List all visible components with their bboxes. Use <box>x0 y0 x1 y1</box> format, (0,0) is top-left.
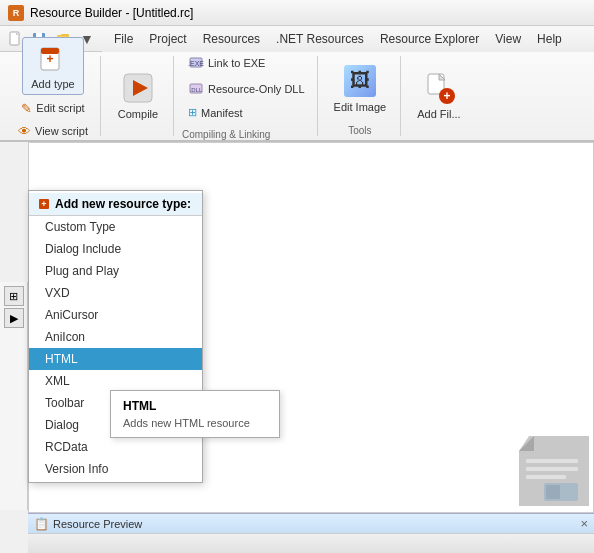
add-file-button[interactable]: + Add Fil... <box>409 61 468 131</box>
add-file-icon: + <box>423 72 455 104</box>
dropdown-item-vxd[interactable]: VXD <box>29 282 202 304</box>
left-tool-2[interactable]: ▶ <box>4 308 24 328</box>
menu-resources[interactable]: Resources <box>195 26 268 52</box>
ribbon: + Add type ✎ Edit script 👁 View script P… <box>0 52 594 142</box>
menu-view[interactable]: View <box>487 26 529 52</box>
left-tool-1[interactable]: ⊞ <box>4 286 24 306</box>
manifest-button[interactable]: ⊞ Manifest <box>182 104 249 121</box>
dropdown-header: + Add new resource type: <box>29 193 202 216</box>
compiling-linking-label: Compiling & Linking <box>182 129 270 140</box>
tooltip-title: HTML <box>123 399 267 413</box>
edit-script-icon: ✎ <box>21 101 32 116</box>
menu-help[interactable]: Help <box>529 26 570 52</box>
view-script-icon: 👁 <box>18 124 31 139</box>
add-type-button[interactable]: + Add type <box>22 37 83 95</box>
manifest-icon: ⊞ <box>188 106 197 119</box>
edit-script-button[interactable]: ✎ Edit script <box>15 99 90 118</box>
ribbon-section-addfile: + Add Fil... <box>403 56 474 136</box>
menu-project[interactable]: Project <box>141 26 194 52</box>
menu-file[interactable]: File <box>106 26 141 52</box>
svg-text:.EXE: .EXE <box>188 60 204 67</box>
svg-text:.DLL: .DLL <box>190 87 203 93</box>
svg-text:+: + <box>443 89 450 103</box>
ribbon-section-linking: .EXE Link to EXE .DLL Resource-Only DLL … <box>176 56 318 136</box>
dropdown-item-dialog-include[interactable]: Dialog Include <box>29 238 202 260</box>
resource-preview-label: Resource Preview <box>53 518 142 530</box>
dll-icon: .DLL <box>188 80 204 98</box>
app-icon: R <box>8 5 24 21</box>
edit-image-button[interactable]: 🖼 Edit Image <box>326 56 395 121</box>
corner-decoration <box>514 431 594 511</box>
dropdown-item-version-info[interactable]: Version Info <box>29 458 202 480</box>
dropdown-item-xml[interactable]: XML <box>29 370 202 392</box>
link-to-exe-button[interactable]: .EXE Link to EXE <box>182 52 271 74</box>
svg-text:+: + <box>41 199 46 209</box>
tools-label: Tools <box>348 125 371 136</box>
svg-marker-19 <box>519 436 534 451</box>
dropdown-item-anicursor[interactable]: AniCursor <box>29 304 202 326</box>
svg-rect-20 <box>526 459 578 463</box>
preview-close-button[interactable]: × <box>580 516 588 531</box>
add-type-icon: + <box>37 42 69 74</box>
statusbar <box>28 533 594 553</box>
ribbon-section-compile: Compile <box>103 56 174 136</box>
menu-resource-explorer[interactable]: Resource Explorer <box>372 26 487 52</box>
svg-rect-24 <box>546 485 560 499</box>
app-title: Resource Builder - [Untitled.rc] <box>30 6 193 20</box>
link-exe-icon: .EXE <box>188 54 204 72</box>
svg-rect-21 <box>526 467 578 471</box>
ribbon-section-add: + Add type ✎ Edit script 👁 View script P… <box>6 56 101 136</box>
titlebar: R Resource Builder - [Untitled.rc] <box>0 0 594 26</box>
compile-button[interactable]: Compile <box>111 61 165 129</box>
html-tooltip: HTML Adds new HTML resource <box>110 390 280 438</box>
ribbon-section-tools: 🖼 Edit Image Tools <box>320 56 402 136</box>
svg-rect-22 <box>526 475 566 479</box>
main-area: ⊞ ▶ 📋 Resource Preview × + Add new resou… <box>0 142 594 553</box>
view-script-button[interactable]: 👁 View script <box>12 122 94 141</box>
resource-preview-bar: 📋 Resource Preview × <box>28 513 594 533</box>
dropdown-item-html[interactable]: HTML <box>29 348 202 370</box>
left-toolbar: ⊞ ▶ <box>0 282 28 510</box>
edit-image-icon: 🖼 <box>344 65 376 97</box>
menubar: File Project Resources .NET Resources Re… <box>102 26 594 52</box>
dropdown-item-plug-and-play[interactable]: Plug and Play <box>29 260 202 282</box>
menu-net-resources[interactable]: .NET Resources <box>268 26 372 52</box>
resource-only-dll-button[interactable]: .DLL Resource-Only DLL <box>182 78 311 100</box>
dropdown-item-custom-type[interactable]: Custom Type <box>29 216 202 238</box>
svg-text:+: + <box>46 52 53 66</box>
dropdown-menu: + Add new resource type: Custom Type Dia… <box>28 190 203 483</box>
dropdown-item-aniicon[interactable]: AniIcon <box>29 326 202 348</box>
dropdown-item-rcdata[interactable]: RCData <box>29 436 202 458</box>
tooltip-description: Adds new HTML resource <box>123 417 267 429</box>
